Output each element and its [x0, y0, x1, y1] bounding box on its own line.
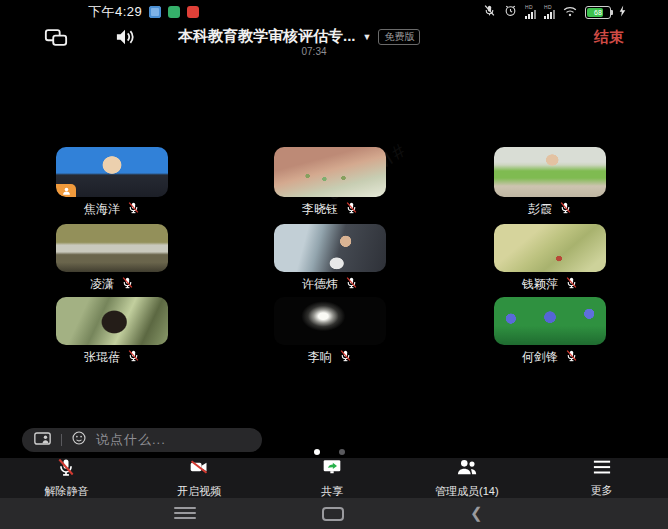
participant-video-thumbnail[interactable]: [494, 147, 606, 197]
signal-sim2-icon: HD: [544, 5, 555, 19]
share-button[interactable]: 共享: [302, 457, 362, 499]
unmute-label: 解除静音: [44, 484, 88, 499]
participant-name: 李晓钰: [302, 201, 338, 218]
participant-name: 彭霞: [528, 201, 552, 218]
members-icon: [455, 457, 479, 481]
participant-tile[interactable]: 张琨蓓: [56, 297, 168, 364]
participant-video-thumbnail[interactable]: [494, 224, 606, 272]
participant-video-thumbnail[interactable]: [274, 224, 386, 272]
divider: [61, 434, 62, 446]
notification-app-icon-green: [168, 6, 180, 18]
notification-app-icon-red: [187, 6, 199, 18]
participant-name: 凌潇: [90, 276, 114, 293]
chat-input-bar[interactable]: 说点什么...: [22, 428, 262, 452]
wifi-icon: [563, 3, 577, 21]
page-dot: [339, 449, 345, 455]
participant-tile[interactable]: 凌潇: [56, 224, 168, 291]
share-screen-icon: [321, 457, 343, 481]
chat-placeholder[interactable]: 说点什么...: [96, 431, 166, 449]
alarm-icon: [504, 3, 517, 21]
minimize-pip-icon[interactable]: [44, 28, 68, 51]
status-bar: 下午4:29 HD HD 6: [0, 0, 668, 22]
mic-muted-icon: [121, 275, 134, 293]
unmute-button[interactable]: 解除静音: [36, 457, 96, 499]
participant-name: 何剑锋: [522, 349, 558, 366]
camera-off-icon: [188, 457, 210, 481]
start-video-label: 开启视频: [177, 484, 221, 499]
nav-back-icon[interactable]: ❮: [470, 504, 483, 522]
charging-bolt-icon: [619, 3, 626, 21]
participant-video-thumbnail[interactable]: [274, 147, 386, 197]
page-indicator: [314, 449, 345, 455]
mic-muted-icon: [345, 200, 358, 218]
participant-tile[interactable]: 李晓钰: [274, 147, 386, 216]
participant-tile[interactable]: 彭霞: [494, 147, 606, 216]
participant-name: 钱颖萍: [522, 276, 558, 293]
participant-tile[interactable]: 李响: [274, 297, 386, 364]
participant-video-thumbnail[interactable]: [56, 224, 168, 272]
meeting-title[interactable]: 本科教育教学审核评估专...: [178, 27, 356, 46]
manage-members-label: 管理成员(14): [435, 484, 499, 499]
meeting-header: 本科教育教学审核评估专... ▼ 免费版 结束 07:34: [0, 22, 668, 60]
more-icon: [592, 458, 612, 480]
participant-name: 张琨蓓: [84, 349, 120, 366]
mic-muted-status-icon: [483, 3, 496, 21]
android-nav-bar: ❮: [0, 498, 668, 529]
mic-muted-icon: [345, 275, 358, 293]
participant-name: 许德炜: [302, 276, 338, 293]
participant-video-thumbnail[interactable]: [56, 297, 168, 345]
captions-icon[interactable]: [34, 431, 51, 449]
speaker-icon[interactable]: [114, 28, 136, 50]
participant-tile[interactable]: 许德炜: [274, 224, 386, 291]
battery-icon: 68: [585, 6, 611, 19]
participant-name: 焦海洋: [84, 201, 120, 218]
free-plan-badge: 免费版: [378, 29, 420, 45]
host-badge-icon: [56, 184, 76, 197]
participant-tile[interactable]: 钱颖萍: [494, 224, 606, 291]
participant-name: 李响: [308, 349, 332, 366]
clock-time: 下午4:29: [88, 3, 142, 21]
manage-members-button[interactable]: 管理成员(14): [435, 457, 499, 499]
page-dot-active: [314, 449, 320, 455]
mic-muted-icon: [565, 348, 578, 366]
meeting-toolbar: 解除静音 开启视频 共享 管理成员(14) 更多: [0, 458, 668, 498]
participant-video-thumbnail[interactable]: [274, 297, 386, 345]
more-label: 更多: [591, 483, 613, 498]
mic-muted-icon: [565, 275, 578, 293]
mic-muted-icon: [127, 200, 140, 218]
notification-app-icon-blue: [149, 6, 161, 18]
participant-video-thumbnail[interactable]: [56, 147, 168, 197]
end-meeting-button[interactable]: 结束: [594, 28, 624, 47]
share-label: 共享: [321, 484, 343, 499]
participant-tile[interactable]: 何剑锋: [494, 297, 606, 364]
chevron-down-icon[interactable]: ▼: [363, 32, 372, 42]
participant-tile[interactable]: 焦海洋: [56, 147, 168, 216]
meeting-screen: 下午4:29 HD HD 6: [0, 0, 668, 529]
more-button[interactable]: 更多: [572, 458, 632, 498]
meeting-timer: 07:34: [288, 46, 340, 57]
emoji-icon[interactable]: [72, 431, 86, 449]
participant-video-thumbnail[interactable]: [494, 297, 606, 345]
mic-muted-icon: [56, 457, 76, 481]
mic-muted-icon: [339, 348, 352, 366]
signal-sim1-icon: HD: [525, 5, 536, 19]
mic-muted-icon: [127, 348, 140, 366]
start-video-button[interactable]: 开启视频: [169, 457, 229, 499]
nav-recents-icon[interactable]: [174, 507, 196, 519]
nav-home-icon[interactable]: [322, 507, 344, 521]
mic-muted-icon: [559, 200, 572, 218]
